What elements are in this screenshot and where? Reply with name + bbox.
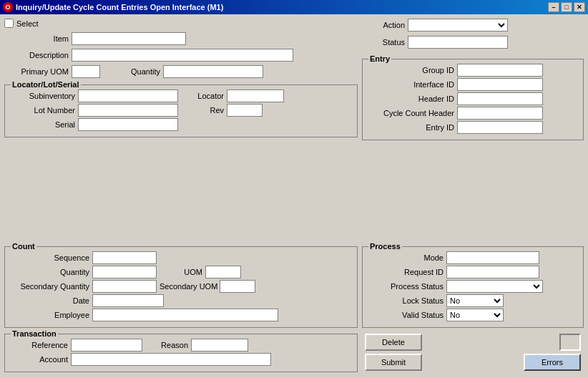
sequence-field[interactable]	[92, 251, 157, 264]
account-label: Account	[11, 355, 68, 364]
locator-group-title: Locator/Lot/Serial	[11, 80, 81, 89]
lotnumber-label: Lot Number	[11, 106, 75, 115]
rev-field[interactable]	[227, 104, 263, 117]
interfaceid-row: Interface ID	[368, 78, 577, 91]
validstatus-select[interactable]: No Yes	[446, 309, 504, 321]
uom-label: UOM	[160, 268, 202, 276]
processstatus-label: Process Status	[368, 282, 444, 291]
app-icon: O	[3, 2, 13, 12]
uom-field[interactable]	[205, 266, 241, 278]
headerid-label: Header ID	[368, 94, 454, 103]
maximize-button[interactable]: □	[561, 2, 572, 12]
status-field[interactable]	[408, 36, 508, 49]
sequence-label: Sequence	[11, 253, 89, 262]
lockstatus-row: Lock Status No Yes	[368, 294, 577, 307]
bottom-button-row: Submit Errors	[365, 354, 581, 371]
secondary-quantity-field[interactable]	[92, 280, 157, 293]
serial-field[interactable]	[78, 118, 178, 131]
item-label: Item	[4, 34, 69, 43]
interfaceid-field[interactable]	[457, 78, 543, 91]
reference-field[interactable]	[71, 339, 142, 352]
locator-label: Locator	[181, 92, 224, 100]
delete-button[interactable]: Delete	[365, 334, 422, 351]
secondary-quantity-label: Secondary Quantity	[11, 282, 89, 291]
processstatus-row: Process Status	[368, 280, 577, 293]
select-row: Select	[4, 19, 358, 28]
groupid-row: Group ID	[368, 64, 577, 77]
minimize-button[interactable]: –	[548, 2, 559, 12]
secondary-uom-field[interactable]	[220, 280, 255, 293]
date-row: Date	[11, 294, 351, 307]
reason-field[interactable]	[191, 339, 248, 352]
secondary-quantity-row: Secondary Quantity Secondary UOM	[11, 280, 351, 293]
primaryuom-field[interactable]	[72, 65, 100, 78]
item-field[interactable]	[72, 32, 186, 45]
description-label: Description	[4, 51, 69, 59]
process-group: Process Mode Request ID Process Status L…	[362, 246, 584, 328]
employee-field[interactable]	[92, 309, 278, 321]
secondary-uom-label: Secondary UOM	[160, 282, 217, 291]
transaction-group: Transaction Reference Reason Account	[4, 334, 358, 372]
reference-label: Reference	[11, 341, 68, 349]
date-field[interactable]	[92, 294, 164, 307]
entryid-field[interactable]	[457, 121, 543, 134]
headerid-row: Header ID	[368, 92, 577, 105]
transaction-group-title: Transaction	[11, 329, 58, 338]
subinventory-label: Subinventory	[11, 92, 75, 100]
main-content: Select Item Description Primary UOM Quan…	[0, 14, 588, 378]
validstatus-row: Valid Status No Yes	[368, 309, 577, 321]
lotnumber-field[interactable]	[78, 104, 178, 117]
sequence-row: Sequence	[11, 251, 351, 264]
lockstatus-select[interactable]: No Yes	[446, 294, 504, 307]
select-checkbox[interactable]	[4, 19, 14, 28]
title-bar: O Inquiry/Update Cycle Count Entries Ope…	[0, 0, 588, 14]
cyclecountheader-field[interactable]	[457, 107, 543, 120]
quantity-field[interactable]	[163, 65, 263, 78]
count-quantity-field[interactable]	[92, 266, 157, 278]
processstatus-select[interactable]	[446, 280, 543, 293]
reason-label: Reason	[145, 341, 188, 349]
validstatus-label: Valid Status	[368, 311, 444, 319]
description-field[interactable]	[72, 49, 293, 62]
date-label: Date	[11, 296, 89, 305]
locator-field[interactable]	[227, 89, 284, 102]
count-group-title: Count	[11, 242, 36, 251]
cyclecountheader-row: Cycle Count Header	[368, 107, 577, 120]
employee-row: Employee	[11, 309, 351, 321]
item-row: Item	[4, 32, 358, 45]
count-quantity-label: Quantity	[11, 268, 89, 276]
process-group-title: Process	[368, 242, 402, 251]
headerid-field[interactable]	[457, 92, 543, 105]
mode-label: Mode	[368, 253, 444, 262]
interfaceid-label: Interface ID	[368, 80, 454, 89]
reference-row: Reference Reason	[11, 339, 351, 352]
requestid-label: Request ID	[368, 268, 444, 276]
account-row: Account	[11, 353, 351, 366]
bracket-box	[559, 334, 581, 351]
button-area: Delete Submit Errors	[362, 331, 584, 374]
requestid-field[interactable]	[446, 266, 539, 278]
entry-group: Entry Group ID Interface ID Header ID Cy…	[362, 59, 584, 140]
submit-button[interactable]: Submit	[365, 354, 422, 371]
entryid-row: Entry ID	[368, 121, 577, 134]
mode-field[interactable]	[446, 251, 539, 264]
account-field[interactable]	[71, 353, 271, 366]
count-quantity-row: Quantity UOM	[11, 266, 351, 278]
requestid-row: Request ID	[368, 266, 577, 278]
rev-label: Rev	[181, 106, 224, 115]
close-button[interactable]: ✕	[574, 2, 585, 12]
lotnumber-row: Lot Number Rev	[11, 104, 351, 117]
subinventory-field[interactable]	[78, 89, 178, 102]
action-select[interactable]	[408, 19, 508, 32]
action-row: Action	[362, 19, 584, 32]
lockstatus-label: Lock Status	[368, 296, 444, 305]
entry-group-title: Entry	[368, 54, 391, 63]
serial-row: Serial	[11, 118, 351, 131]
employee-label: Employee	[11, 311, 89, 319]
errors-button[interactable]: Errors	[524, 354, 581, 371]
groupid-label: Group ID	[368, 66, 454, 74]
uom-quantity-row: Primary UOM Quantity	[4, 65, 358, 78]
groupid-field[interactable]	[457, 64, 543, 77]
select-label: Select	[16, 19, 39, 28]
serial-label: Serial	[11, 120, 75, 129]
